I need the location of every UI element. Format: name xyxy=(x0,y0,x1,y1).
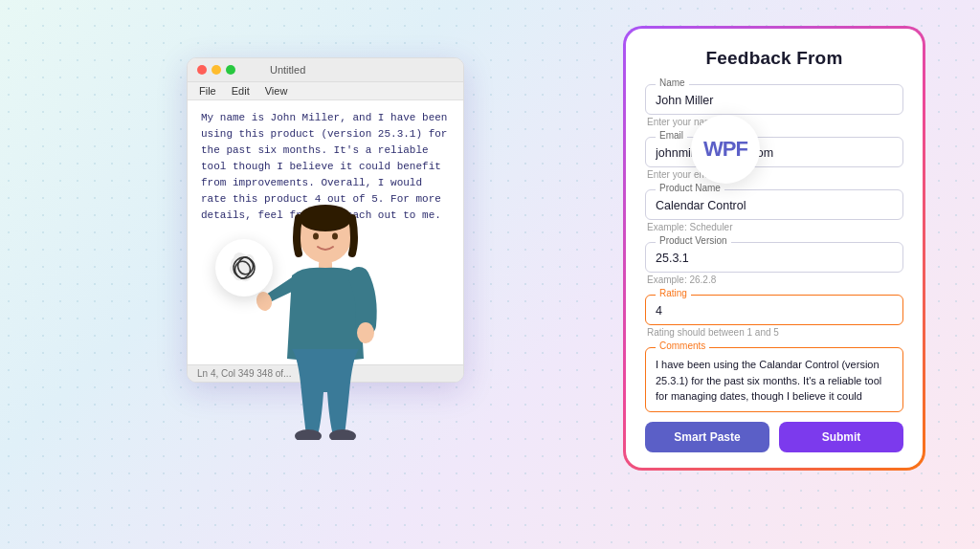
email-input[interactable] xyxy=(646,138,902,166)
menu-view[interactable]: View xyxy=(265,85,288,97)
name-field-label: Name xyxy=(656,77,689,88)
wpf-label: WPF xyxy=(703,137,747,162)
window-controls xyxy=(197,65,235,75)
product-name-hint: Example: Scheduler xyxy=(645,220,903,232)
product-version-group: Product Version Example: 26.2.8 xyxy=(645,242,903,285)
email-group: Email Enter your email xyxy=(645,137,903,180)
smart-paste-button[interactable]: Smart Paste xyxy=(645,422,769,452)
menu-file[interactable]: File xyxy=(199,85,216,97)
rating-hint: Rating should between 1 and 5 xyxy=(645,325,903,338)
email-field-label: Email xyxy=(656,130,687,141)
svg-point-4 xyxy=(332,233,338,240)
notepad-titlebar: Untitled xyxy=(188,58,463,82)
scene: Untitled File Edit View My name is John … xyxy=(0,0,980,549)
name-input[interactable] xyxy=(646,85,902,114)
product-name-input[interactable] xyxy=(646,190,902,219)
rating-group: Rating Rating should between 1 and 5 xyxy=(645,295,903,338)
product-version-input[interactable] xyxy=(646,243,902,272)
email-hint: Enter your email xyxy=(645,167,903,180)
menu-edit[interactable]: Edit xyxy=(232,85,250,97)
svg-point-3 xyxy=(313,233,319,240)
feedback-card-wrapper: Feedback From Name Enter your name Email… xyxy=(623,26,925,471)
minimize-dot xyxy=(212,65,221,75)
wpf-badge: WPF xyxy=(691,115,760,184)
product-name-group: Product Name Example: Scheduler xyxy=(645,189,903,232)
submit-button[interactable]: Submit xyxy=(779,422,903,452)
notepad-title: Untitled xyxy=(270,64,305,76)
button-row: Smart Paste Submit xyxy=(645,422,903,452)
email-field-wrapper: Email xyxy=(645,137,903,167)
svg-point-7 xyxy=(357,322,374,343)
feedback-card: Feedback From Name Enter your name Email… xyxy=(626,29,923,468)
character-figure xyxy=(249,191,402,440)
form-title: Feedback From xyxy=(645,48,903,69)
name-field-wrapper: Name xyxy=(645,84,903,115)
product-version-field-label: Product Version xyxy=(656,235,731,246)
character-svg xyxy=(249,191,402,440)
svg-point-2 xyxy=(299,205,352,231)
comments-group: Comments xyxy=(645,347,903,412)
maximize-dot xyxy=(226,65,235,75)
rating-field-wrapper: Rating xyxy=(645,295,903,325)
product-version-hint: Example: 26.2.8 xyxy=(645,273,903,285)
rating-field-label: Rating xyxy=(656,288,691,298)
notepad-menubar: File Edit View xyxy=(188,82,463,100)
openai-badge xyxy=(215,239,273,296)
comments-field-label: Comments xyxy=(656,340,709,351)
rating-input[interactable] xyxy=(646,296,902,324)
product-name-field-wrapper: Product Name xyxy=(645,189,903,220)
openai-icon xyxy=(229,253,259,283)
comments-textarea[interactable] xyxy=(646,348,902,407)
product-version-field-wrapper: Product Version xyxy=(645,242,903,273)
name-hint: Enter your name xyxy=(645,115,903,127)
product-name-field-label: Product Name xyxy=(656,183,724,193)
close-dot xyxy=(197,65,207,75)
name-group: Name Enter your name xyxy=(645,84,903,127)
